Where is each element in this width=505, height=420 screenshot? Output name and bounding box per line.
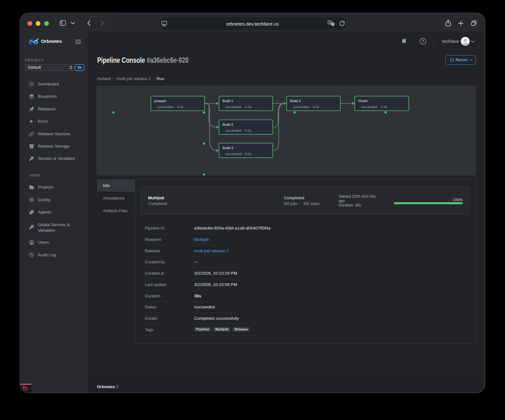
svg-text:?: ?	[422, 39, 424, 44]
svg-text:✦: ✦	[332, 23, 334, 26]
svg-text:A: A	[329, 21, 331, 24]
